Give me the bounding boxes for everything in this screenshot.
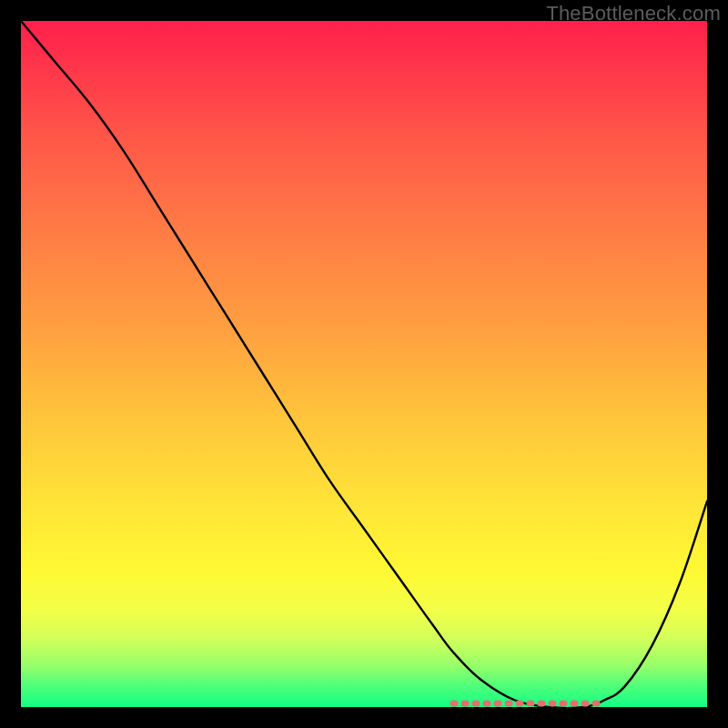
bottleneck-curve: [21, 21, 707, 707]
watermark-text: TheBottleneck.com: [546, 2, 721, 25]
curve-layer: [21, 21, 707, 707]
plot-area: [21, 21, 707, 707]
chart-stage: TheBottleneck.com: [0, 0, 728, 728]
